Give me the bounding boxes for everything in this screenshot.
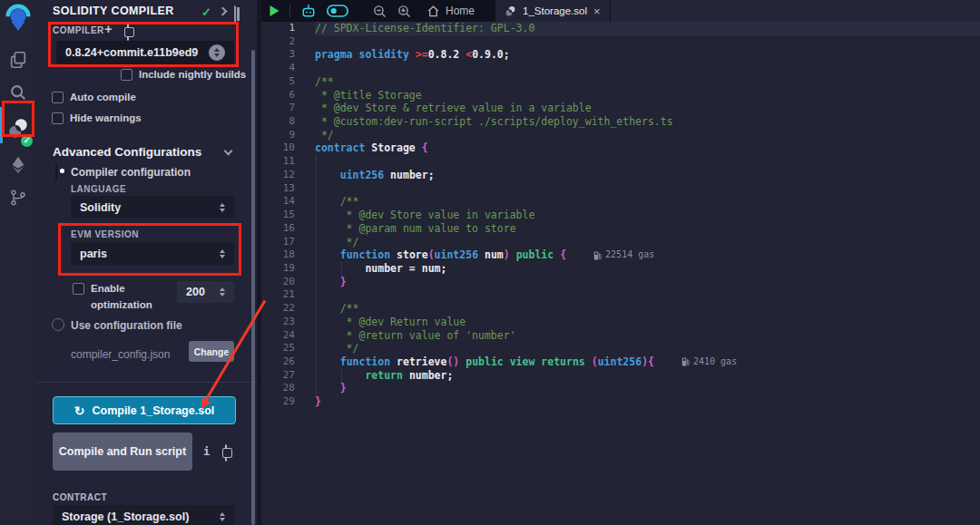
- code-line[interactable]: [315, 155, 980, 169]
- toolbar-separator: [289, 4, 290, 18]
- code-line[interactable]: [315, 288, 980, 302]
- code-line[interactable]: * @dev Return value: [315, 316, 980, 329]
- compile-button[interactable]: ↻ Compile 1_Storage.sol: [53, 396, 236, 424]
- line-number: 25: [261, 342, 307, 355]
- code-lines[interactable]: // SPDX-License-Identifier: GPL-3.0pragm…: [315, 22, 980, 525]
- enable-optimization-checkbox[interactable]: [73, 283, 84, 295]
- language-value: Solidity: [80, 201, 220, 214]
- tab-home[interactable]: Home: [421, 5, 485, 18]
- add-compiler-icon[interactable]: +: [104, 24, 113, 34]
- code-line[interactable]: [315, 182, 980, 196]
- nightly-builds-checkbox[interactable]: [121, 69, 132, 81]
- open-compiler-file-icon[interactable]: [127, 24, 129, 41]
- line-number: 26: [261, 355, 307, 369]
- optimization-runs-input[interactable]: 200: [177, 281, 234, 303]
- change-config-button[interactable]: Change: [189, 341, 234, 362]
- code-line[interactable]: function store(uint256 num) public {2251…: [315, 248, 980, 262]
- gas-estimate: 2410 gas: [681, 355, 737, 369]
- pin-panel-icon[interactable]: [234, 5, 236, 23]
- sidebar-item-file-explorer[interactable]: [0, 44, 36, 76]
- auto-compile-checkbox[interactable]: [52, 92, 64, 103]
- sidebar-item-solidity-compiler[interactable]: ✓: [0, 109, 36, 149]
- close-tab-icon[interactable]: ×: [593, 5, 601, 17]
- refresh-icon: ↻: [74, 404, 85, 417]
- line-number: 13: [261, 182, 307, 196]
- code-line[interactable]: [315, 35, 980, 49]
- compiler-configuration-radio[interactable]: [55, 164, 57, 181]
- advanced-configurations-title[interactable]: Advanced Configurations: [53, 145, 201, 159]
- zoom-out-icon[interactable]: [372, 4, 387, 19]
- code-line[interactable]: * @title Storage: [315, 89, 980, 102]
- run-script-icon[interactable]: [269, 5, 280, 17]
- code-line[interactable]: // SPDX-License-Identifier: GPL-3.0: [315, 22, 980, 35]
- sidebar-item-deploy-run[interactable]: [0, 149, 36, 181]
- code-line[interactable]: return number;: [315, 369, 980, 383]
- sidebar-item-git[interactable]: [0, 181, 36, 214]
- zoom-in-icon[interactable]: [397, 4, 412, 19]
- code-line[interactable]: */: [315, 236, 980, 249]
- line-number-gutter: 1234567891011121314151617181920212223242…: [261, 22, 307, 525]
- sidebar-item-search[interactable]: [0, 76, 36, 109]
- line-number: 12: [261, 169, 307, 182]
- chevron-down-icon[interactable]: [224, 147, 233, 156]
- code-line[interactable]: number = num;: [315, 262, 980, 276]
- code-line[interactable]: contract Storage {: [315, 141, 980, 155]
- remix-logo[interactable]: [0, 0, 36, 36]
- line-number: 18: [261, 248, 307, 262]
- code-line[interactable]: pragma solidity >=0.8.2 <0.9.0;: [315, 48, 980, 62]
- config-file-name: compiler_config.json: [71, 348, 170, 361]
- panel-scrollbar[interactable]: [251, 50, 255, 525]
- code-line[interactable]: /**: [315, 195, 980, 209]
- version-stepper-icon: [209, 44, 225, 61]
- panel-title: SOLIDITY COMPILER: [53, 5, 174, 17]
- code-line[interactable]: * @custom:dev-run-script ./scripts/deplo…: [315, 115, 980, 129]
- compiler-version-select[interactable]: 0.8.24+commit.e11b9ed9: [56, 41, 234, 64]
- copy-icon[interactable]: [225, 444, 227, 462]
- contract-value: Storage (1_Storage.sol): [62, 510, 220, 523]
- hide-warnings-checkbox[interactable]: [52, 112, 64, 124]
- code-line[interactable]: */: [315, 129, 980, 142]
- line-number: 15: [261, 209, 307, 222]
- ai-toggle-icon[interactable]: [327, 5, 348, 17]
- language-select[interactable]: Solidity: [71, 196, 234, 219]
- code-line[interactable]: function retrieve() public view returns …: [315, 355, 980, 369]
- tab-1-storage-sol[interactable]: 1_Storage.sol ×: [495, 0, 611, 22]
- code-line[interactable]: * @dev Store value in variable: [315, 209, 980, 222]
- code-line[interactable]: uint256 number;: [315, 169, 980, 182]
- icon-panel: ✓: [0, 0, 36, 525]
- code-line[interactable]: /**: [315, 75, 980, 89]
- line-number: 20: [261, 276, 307, 289]
- info-icon[interactable]: i: [203, 445, 210, 458]
- select-caret-icon: [220, 249, 225, 258]
- code-line[interactable]: * @return value of 'number': [315, 329, 980, 343]
- code-line[interactable]: [315, 62, 980, 75]
- line-number: 2: [261, 35, 307, 49]
- code-line[interactable]: */: [315, 342, 980, 355]
- line-number: 22: [261, 302, 307, 316]
- contract-select[interactable]: Storage (1_Storage.sol): [53, 505, 234, 525]
- compiled-check-icon: ✓: [201, 5, 211, 19]
- remix-logo-icon: [5, 4, 32, 33]
- evm-version-select[interactable]: paris: [71, 242, 234, 265]
- code-line[interactable]: }: [315, 395, 980, 409]
- line-number: 21: [261, 288, 307, 302]
- line-number: 5: [261, 75, 307, 89]
- remix-ai-icon[interactable]: [299, 3, 318, 19]
- solidity-compiler-panel: SOLIDITY COMPILER ✓ COMPILER + 0.8.24+co…: [36, 0, 257, 525]
- code-line[interactable]: * @dev Store & retrieve value in a varia…: [315, 102, 980, 115]
- line-number: 11: [261, 155, 307, 169]
- code-line[interactable]: /**: [315, 302, 980, 316]
- compile-and-run-button[interactable]: Compile and Run script: [53, 433, 192, 471]
- code-line[interactable]: }: [315, 382, 980, 395]
- use-config-file-radio[interactable]: [52, 318, 64, 331]
- line-number: 17: [261, 236, 307, 249]
- line-number: 16: [261, 222, 307, 236]
- contract-label: CONTRACT: [53, 492, 107, 502]
- chevron-right-icon[interactable]: [219, 7, 228, 16]
- git-branch-icon: [9, 188, 27, 208]
- code-line[interactable]: }: [315, 276, 980, 289]
- line-number: 1: [261, 22, 307, 35]
- compile-button-label: Compile 1_Storage.sol: [92, 404, 214, 417]
- code-line[interactable]: * @param num value to store: [315, 222, 980, 236]
- line-number: 3: [261, 48, 307, 62]
